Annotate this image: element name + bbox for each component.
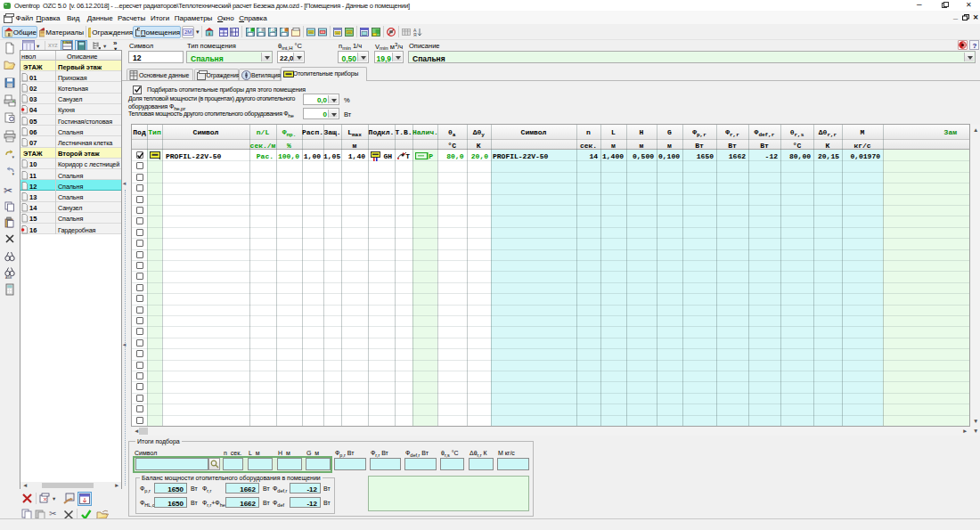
svg-text:CP: CP: [273, 28, 278, 32]
svg-text:АБВ: АБВ: [5, 276, 12, 279]
svg-text:▾: ▾: [12, 154, 15, 159]
svg-text:✂: ✂: [4, 184, 12, 196]
svg-text:AUTO: AUTO: [63, 41, 71, 45]
svg-text:▾: ▾: [12, 171, 15, 176]
svg-text:Я: Я: [413, 32, 417, 37]
